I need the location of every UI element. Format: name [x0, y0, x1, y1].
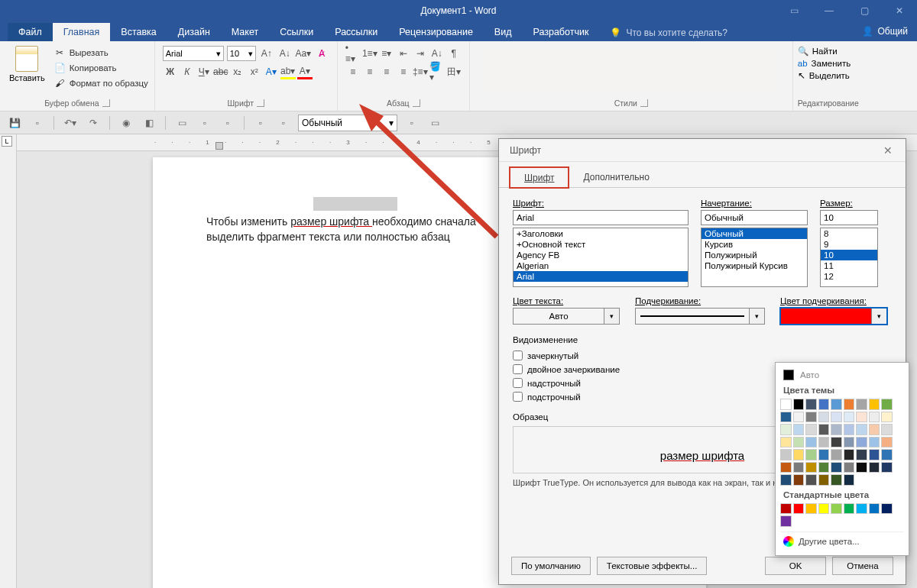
text-effects-button[interactable]: A▾	[264, 64, 279, 79]
color-swatch[interactable]	[844, 462, 855, 473]
color-swatch[interactable]	[793, 399, 805, 410]
change-case-button[interactable]: Aa▾	[296, 46, 311, 61]
cancel-button[interactable]: Отмена	[832, 557, 893, 575]
grow-font-button[interactable]: A↑	[259, 46, 274, 61]
color-swatch[interactable]	[818, 449, 830, 460]
qat-btn-1[interactable]: ◉	[118, 115, 134, 131]
multilevel-button[interactable]: ≡▾	[379, 46, 394, 61]
font-name-input[interactable]	[513, 210, 689, 225]
qat-btn-3[interactable]: ▭	[173, 115, 190, 131]
color-auto-option[interactable]: Авто	[780, 367, 904, 383]
tab-layout[interactable]: Макет	[221, 23, 269, 41]
list-item[interactable]: 8	[821, 228, 877, 239]
color-swatch[interactable]	[780, 515, 792, 527]
color-swatch[interactable]	[869, 437, 880, 448]
font-size-list[interactable]: 89101112	[820, 228, 878, 287]
underline-combo[interactable]: ▾	[635, 308, 765, 325]
color-swatch[interactable]	[856, 449, 867, 460]
color-swatch[interactable]	[780, 449, 792, 460]
color-swatch[interactable]	[869, 462, 880, 473]
chevron-down-icon[interactable]: ▾	[872, 308, 887, 325]
list-item[interactable]: Agency FB	[514, 250, 688, 260]
color-swatch[interactable]	[869, 399, 880, 410]
tab-review[interactable]: Рецензирование	[388, 23, 484, 41]
chevron-down-icon[interactable]: ▾	[604, 308, 620, 325]
list-item[interactable]: Algerian	[514, 260, 688, 271]
more-colors-button[interactable]: Другие цвета...	[780, 531, 904, 551]
font-color-combo[interactable]: Авто▾	[513, 308, 620, 325]
color-swatch[interactable]	[805, 437, 817, 448]
dialog-tab-advanced[interactable]: Дополнительно	[569, 166, 663, 187]
color-swatch[interactable]	[780, 399, 792, 410]
clear-format-button[interactable]: A̷	[314, 46, 329, 61]
copy-button[interactable]: 📄Копировать	[53, 61, 150, 74]
color-swatch[interactable]	[818, 474, 830, 486]
list-item[interactable]: Обычный	[702, 228, 807, 239]
window-settings-icon[interactable]: ▭	[776, 0, 812, 21]
font-color-button[interactable]: A▾	[297, 64, 313, 79]
ok-button[interactable]: OK	[765, 557, 826, 575]
font-name-combo[interactable]: Arial▾	[163, 46, 224, 61]
color-swatch[interactable]	[869, 424, 880, 435]
list-item[interactable]: Полужирный Курсив	[702, 260, 807, 271]
qat-btn-5[interactable]: ▫	[219, 115, 236, 131]
font-size-input[interactable]	[820, 210, 878, 225]
qat-btn-2[interactable]: ◧	[141, 115, 157, 131]
tab-insert[interactable]: Вставка	[110, 23, 167, 41]
color-swatch[interactable]	[869, 449, 880, 460]
font-style-input[interactable]	[701, 210, 808, 225]
color-swatch[interactable]	[844, 399, 855, 410]
color-swatch[interactable]	[805, 503, 817, 515]
color-swatch[interactable]	[844, 412, 855, 423]
color-swatch[interactable]	[881, 399, 893, 410]
color-swatch[interactable]	[805, 424, 817, 435]
color-swatch[interactable]	[831, 474, 842, 486]
dialog-close-button[interactable]: ✕	[876, 141, 899, 160]
list-item[interactable]: 12	[821, 271, 877, 282]
clipboard-launcher[interactable]	[102, 99, 110, 107]
color-swatch[interactable]	[818, 412, 830, 423]
color-swatch[interactable]	[844, 437, 855, 448]
color-swatch[interactable]	[805, 449, 817, 460]
qat-btn-9[interactable]: ▭	[426, 115, 443, 131]
color-swatch[interactable]	[881, 424, 893, 435]
color-swatch[interactable]	[818, 424, 830, 435]
color-swatch[interactable]	[881, 503, 893, 515]
set-default-button[interactable]: По умолчанию	[511, 557, 591, 575]
color-swatch[interactable]	[856, 462, 867, 473]
new-icon[interactable]: ▫	[29, 115, 46, 131]
color-swatch[interactable]	[831, 462, 842, 473]
color-swatch[interactable]	[831, 449, 842, 460]
underline-button[interactable]: Ч▾	[196, 64, 212, 79]
color-swatch[interactable]	[856, 399, 867, 410]
bold-button[interactable]: Ж	[163, 64, 178, 79]
color-swatch[interactable]	[793, 424, 805, 435]
color-swatch[interactable]	[831, 437, 842, 448]
qat-btn-8[interactable]: ▫	[403, 115, 420, 131]
color-swatch[interactable]	[831, 399, 842, 410]
color-swatch[interactable]	[780, 474, 792, 486]
color-swatch[interactable]	[831, 503, 842, 515]
tab-design[interactable]: Дизайн	[167, 23, 221, 41]
style-combo[interactable]: Обычный▾	[298, 115, 397, 131]
list-item[interactable]: 10	[821, 250, 877, 260]
color-swatch[interactable]	[856, 437, 867, 448]
increase-indent-button[interactable]: ⇥	[413, 46, 428, 61]
align-right-button[interactable]: ≡	[379, 64, 394, 79]
para-launcher[interactable]	[413, 99, 420, 107]
list-item[interactable]: 9	[821, 239, 877, 250]
indent-marker[interactable]	[215, 142, 223, 150]
color-swatch[interactable]	[805, 412, 817, 423]
color-swatch[interactable]	[844, 474, 855, 486]
shrink-font-button[interactable]: A↓	[277, 46, 293, 61]
font-size-combo[interactable]: 10▾	[227, 46, 256, 61]
list-item[interactable]: +Заголовки	[514, 228, 688, 239]
list-item[interactable]: Курсив	[702, 239, 807, 250]
tab-references[interactable]: Ссылки	[269, 23, 324, 41]
subscript-button[interactable]: x₂	[230, 64, 245, 79]
close-icon[interactable]: ✕	[882, 0, 917, 21]
text-effects-button[interactable]: Текстовые эффекты...	[597, 557, 708, 575]
font-launcher[interactable]	[257, 99, 264, 107]
font-name-list[interactable]: +Заголовки+Основной текстAgency FBAlgeri…	[513, 228, 689, 287]
tab-file[interactable]: Файл	[8, 23, 53, 41]
